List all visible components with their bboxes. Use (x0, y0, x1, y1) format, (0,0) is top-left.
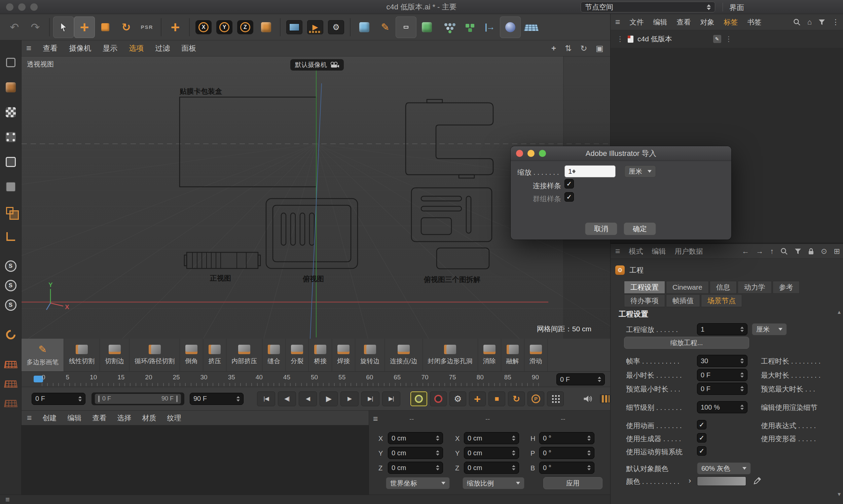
live-selection-tool[interactable] (53, 16, 74, 38)
target-icon[interactable]: ⊙ (821, 247, 827, 256)
scroll-down-icon[interactable]: ▼ (837, 491, 842, 497)
tool-bridge[interactable]: 桥接 (309, 339, 332, 371)
record-keyframe-button[interactable] (410, 392, 427, 406)
stepper-icon[interactable] (509, 450, 515, 456)
add-generator-button[interactable] (416, 16, 437, 38)
undo-button[interactable]: ↶ (4, 16, 25, 38)
lock-icon[interactable] (808, 248, 814, 255)
layer-dots-icon[interactable]: ⋮ (725, 35, 732, 43)
om-menu-bookmarks[interactable]: 书签 (747, 17, 762, 27)
spline-pen-button[interactable]: ✎ (375, 16, 396, 38)
range-start-handle[interactable] (98, 395, 100, 402)
dialog-close-button[interactable] (516, 150, 523, 157)
material-menu-material[interactable]: 材质 (142, 413, 156, 423)
keyframe-settings-button[interactable]: ⚙ (449, 392, 466, 406)
goto-start-button[interactable]: |◀ (257, 392, 275, 406)
material-menu-texture[interactable]: 纹理 (167, 413, 181, 423)
project-scale-field[interactable]: 1 (697, 323, 747, 335)
dialog-zoom-button[interactable] (539, 150, 546, 157)
stepper-icon[interactable] (509, 435, 515, 441)
object-manager-menu-icon[interactable]: ≡ (615, 17, 620, 27)
psr-tool[interactable]: PSR (137, 16, 157, 38)
group-splines-checkbox[interactable]: ✓ (565, 192, 574, 202)
stepper-icon[interactable] (572, 169, 575, 173)
next-frame-button[interactable]: ▶ (341, 392, 359, 406)
stepper-icon[interactable] (76, 396, 82, 401)
viewport-menu-camera[interactable]: 摄像机 (69, 43, 91, 53)
tab-info[interactable]: 信息 (710, 281, 737, 294)
polygons-mode-button[interactable] (3, 179, 18, 194)
viewport-menu-panel[interactable]: 面板 (181, 43, 196, 53)
tab-dynamics[interactable]: 动力学 (738, 281, 772, 294)
scale-z-field[interactable]: 0 cm (464, 462, 519, 474)
tab-todo[interactable]: 待办事项 (624, 294, 665, 307)
viewport-menu-options[interactable]: 选项 (129, 43, 144, 53)
pan-view-icon[interactable]: + (551, 44, 556, 53)
autokey-button[interactable] (430, 392, 447, 406)
object-name[interactable]: c4d 低版本 (637, 34, 672, 44)
expand-chevron-icon[interactable]: › (689, 476, 691, 485)
search-icon[interactable] (793, 18, 801, 26)
scale-project-button[interactable]: 缩放工程... (624, 337, 749, 349)
layout-grid-icon[interactable]: ⊞ (834, 247, 840, 256)
tab-frame-interpolation[interactable]: 帧插值 (666, 294, 700, 307)
solo-hierarchy-button[interactable]: S (3, 298, 18, 312)
more-icon[interactable]: ⋮ (832, 18, 839, 26)
tool-stitch[interactable]: 缝合 (262, 339, 286, 371)
window-zoom-button[interactable] (30, 3, 38, 11)
filter-icon[interactable] (819, 19, 825, 25)
viewport-menu-display[interactable]: 显示 (103, 43, 117, 53)
parent-icon[interactable]: ↑ (770, 247, 774, 256)
render-preview-icon[interactable] (600, 394, 610, 403)
snap-toggle-button[interactable] (3, 327, 18, 342)
om-menu-object[interactable]: 对象 (700, 17, 715, 27)
tool-weld[interactable]: 焊接 (332, 339, 355, 371)
object-tree-row[interactable]: ⋮ c4d 低版本 ✎ ⋮ (610, 30, 843, 48)
stepper-icon[interactable] (509, 465, 515, 470)
tab-reference[interactable]: 参考 (773, 281, 799, 294)
stepper-icon[interactable] (585, 435, 591, 441)
current-frame-field[interactable]: 0 F (32, 393, 85, 405)
tool-polygon-pen[interactable]: ✎多边形画笔 (21, 339, 64, 371)
add-plane-button[interactable] (521, 16, 541, 38)
add-deformer-button[interactable] (500, 16, 521, 38)
stepper-icon[interactable] (738, 358, 744, 363)
position-z-field[interactable]: 0 cm (388, 462, 443, 474)
view-name-label[interactable]: 透视视图 (27, 60, 54, 69)
stepper-icon[interactable] (433, 450, 439, 456)
coordinate-space-dropdown[interactable]: 世界坐标 (386, 477, 450, 489)
stepper-icon[interactable] (585, 450, 591, 456)
node-space-dropdown[interactable]: 节点空间 (581, 2, 715, 13)
uv-mode-button[interactable] (3, 204, 18, 219)
axis-modify-tool[interactable]: + (165, 16, 186, 38)
am-menu-userdata[interactable]: 用户数据 (675, 247, 703, 256)
scale-x-field[interactable]: 0 cm (464, 432, 519, 444)
timeline-frame-field[interactable]: 0 F (556, 373, 605, 385)
tool-slide[interactable]: 滑动 (524, 339, 548, 371)
play-sound-icon[interactable] (583, 394, 592, 404)
rotate-tool[interactable]: ↻ (116, 16, 137, 38)
scale-input[interactable]: 1 (565, 165, 616, 177)
camera-badge[interactable]: 默认摄像机 (290, 59, 344, 71)
range-end-handle[interactable] (176, 395, 178, 402)
material-menu-create[interactable]: 创建 (43, 413, 57, 423)
stepper-icon[interactable] (738, 372, 744, 378)
use-generators-checkbox[interactable]: ✓ (697, 433, 706, 443)
use-animation-checkbox[interactable]: ✓ (697, 420, 706, 429)
points-mode-button[interactable] (3, 130, 18, 144)
coordinates-menu-icon[interactable]: ≡ (373, 414, 378, 424)
tab-cineware[interactable]: Cineware (666, 281, 709, 294)
om-menu-edit[interactable]: 编辑 (653, 17, 667, 27)
material-menu-view[interactable]: 查看 (92, 413, 107, 423)
am-menu-mode[interactable]: 模式 (629, 247, 643, 256)
coordinate-system-button[interactable] (256, 16, 276, 38)
next-key-button[interactable]: ▶| (361, 392, 379, 406)
make-editable-button[interactable] (3, 55, 18, 70)
attribute-menu-icon[interactable]: ≡ (615, 246, 620, 256)
position-y-field[interactable]: 0 cm (388, 447, 443, 459)
stepper-icon[interactable] (433, 465, 439, 470)
render-settings-button[interactable]: ⚙ (326, 16, 346, 38)
play-button[interactable]: ▶ (320, 392, 338, 406)
viewport-menu-view[interactable]: 查看 (43, 43, 57, 53)
orbit-view-icon[interactable]: ↻ (580, 44, 587, 53)
